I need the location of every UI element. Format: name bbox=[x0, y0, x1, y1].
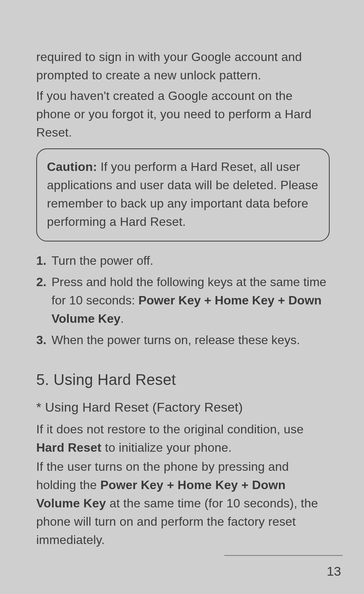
caution-label: Caution: bbox=[47, 160, 97, 174]
step-number: 1. bbox=[36, 251, 52, 270]
caution-text: Caution: If you perform a Hard Reset, al… bbox=[47, 158, 319, 231]
step-number: 3. bbox=[36, 331, 52, 349]
step-number: 2. bbox=[36, 273, 52, 291]
steps-list: 1. Turn the power off. 2. Press and hold… bbox=[36, 251, 330, 349]
manual-page: required to sign in with your Google acc… bbox=[0, 0, 364, 594]
section-5-heading: 5. Using Hard Reset bbox=[36, 371, 330, 388]
step-1: 1. Turn the power off. bbox=[36, 251, 330, 270]
intro-paragraph-2: If you haven't created a Google account … bbox=[36, 87, 330, 142]
section-5-p2: If the user turns on the phone by pressi… bbox=[36, 457, 330, 549]
intro-paragraph-1: required to sign in with your Google acc… bbox=[36, 48, 330, 84]
step-text: Press and hold the following keys at the… bbox=[52, 273, 330, 328]
s5-p1-pre: If it does not restore to the original c… bbox=[36, 422, 304, 436]
footer-rule bbox=[224, 555, 343, 556]
section-5-subheading: * Using Hard Reset (Factory Reset) bbox=[36, 400, 330, 415]
step-text: Turn the power off. bbox=[52, 251, 330, 270]
page-number: 13 bbox=[327, 564, 341, 579]
caution-box: Caution: If you perform a Hard Reset, al… bbox=[36, 148, 330, 241]
step-2: 2. Press and hold the following keys at … bbox=[36, 273, 330, 328]
s5-p1-post: to initialize your phone. bbox=[101, 441, 232, 454]
step-text: When the power turns on, release these k… bbox=[52, 331, 330, 349]
step-2-post: . bbox=[121, 312, 124, 325]
s5-p1-bold: Hard Reset bbox=[36, 441, 101, 454]
step-3: 3. When the power turns on, release thes… bbox=[36, 331, 330, 349]
section-5-p1: If it does not restore to the original c… bbox=[36, 420, 330, 457]
